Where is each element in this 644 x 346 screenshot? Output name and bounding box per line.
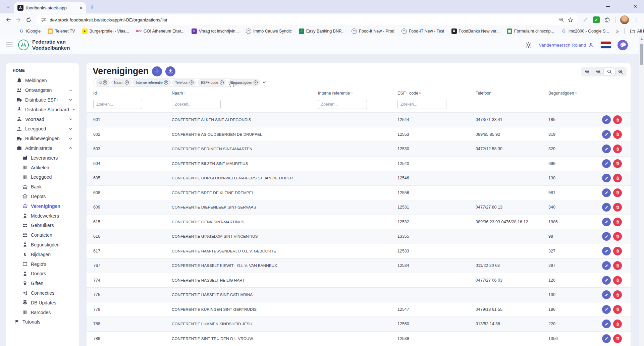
bookmark-item[interactable]: GiGoogle <box>19 28 41 34</box>
scrollbar-up-icon[interactable] <box>640 38 643 40</box>
delete-button[interactable] <box>613 247 622 255</box>
edit-button[interactable] <box>602 174 611 182</box>
minimize-icon[interactable] <box>606 6 610 6</box>
delete-button[interactable] <box>613 276 622 285</box>
delete-button[interactable] <box>613 261 622 270</box>
sidebar-item-bulkbewegingen[interactable]: Bulkbewegingen <box>12 134 76 143</box>
delete-button[interactable] <box>613 334 622 343</box>
bookmark-item[interactable]: ≡Vraag tot inschrijvin... <box>192 28 239 34</box>
edit-button[interactable] <box>602 203 611 212</box>
sort-arrows-icon[interactable]: ↑↓ <box>97 91 99 95</box>
sidebar-item-ontvangsten[interactable]: Ontvangsten <box>12 85 76 95</box>
all-bookmarks-button[interactable]: All Bookmarks <box>630 28 644 34</box>
bookmark-item[interactable]: GO!GO! Atheneum Etter... <box>136 28 184 34</box>
sidebar-item-distributie-esf-[interactable]: Distributie ESF+ <box>12 95 76 105</box>
sidebar-item-gebruikers[interactable]: Gebruikers <box>12 221 76 230</box>
sort-arrows-icon[interactable]: ↑↓ <box>574 91 576 95</box>
sidebar-item-db-updates[interactable]: DB Updates <box>12 298 76 307</box>
new-tab-button[interactable]: + <box>90 3 94 11</box>
sidebar-item-begunstigden[interactable]: Begunstigden <box>12 240 76 250</box>
filter-chip-telefoon[interactable]: Telefoon✕ <box>172 79 197 85</box>
bookmark-item[interactable]: AFoodBanks New ver... <box>451 28 500 34</box>
search-input-interne_referentie[interactable] <box>318 100 367 109</box>
remove-chip-icon[interactable]: ✕ <box>190 80 194 84</box>
sort-arrows-icon[interactable]: ↑↓ <box>419 91 421 95</box>
sort-arrows-icon[interactable]: ↑↓ <box>350 91 352 95</box>
sort-arrows-icon[interactable]: ↑↓ <box>183 91 185 95</box>
delete-button[interactable] <box>613 305 622 314</box>
browser-menu-icon[interactable]: ⋮ <box>634 17 639 23</box>
bookmark-item[interactable]: Gimc2000 - Google S... <box>561 28 609 34</box>
search-icon[interactable] <box>604 68 615 75</box>
remove-chip-icon[interactable]: ✕ <box>164 80 168 84</box>
edit-button[interactable] <box>602 218 611 226</box>
profile-avatar[interactable] <box>620 15 629 24</box>
bookmark-item[interactable]: ♦Burgerprofiel - Vlaa... <box>82 28 129 34</box>
sidebar-item-voorraad[interactable]: Voorraad <box>12 114 76 124</box>
sidebar-item-leeggoed[interactable]: Leeggoed <box>12 124 76 134</box>
search-input-esf_code[interactable] <box>397 100 446 109</box>
edit-button[interactable] <box>602 188 611 197</box>
sidebar-item-giften[interactable]: Giften <box>12 279 76 288</box>
edit-button[interactable] <box>602 232 611 241</box>
tab-search-button[interactable] <box>3 2 13 12</box>
filter-chip-interne-referentie[interactable]: Interne referentie✕ <box>133 79 171 85</box>
bookmark-item[interactable]: ▣Telenet TV <box>48 28 75 34</box>
sidebar-item-depots[interactable]: Depots <box>12 192 76 201</box>
bookmark-item[interactable]: ◠Immo Cauwe Syndic <box>246 28 292 34</box>
sidebar-item-artikelen[interactable]: Artikelen <box>12 163 76 172</box>
remove-chip-icon[interactable]: ✕ <box>125 80 129 84</box>
sidebar-item-bijdragen[interactable]: €Bijdragen <box>12 249 76 259</box>
column-header-naam[interactable]: Naam↑↓ <box>172 91 318 96</box>
close-window-icon[interactable]: ✕ <box>633 4 637 9</box>
sidebar-item-contacten[interactable]: Contacten <box>12 230 76 240</box>
column-header-id[interactable]: Id↑↓ <box>93 91 172 96</box>
user-menu[interactable]: Vandermeersch Roland <box>539 42 594 48</box>
chips-chevron-down-icon[interactable] <box>262 80 266 84</box>
delete-button[interactable] <box>613 232 622 241</box>
edit-button[interactable] <box>602 145 611 153</box>
bookmark-item[interactable]: ◠Food-IT New - Test <box>401 28 444 34</box>
theme-palette-button[interactable] <box>618 40 628 50</box>
edit-button[interactable] <box>602 334 611 343</box>
sidebar-item-distributie-standaard[interactable]: Distributie Standaard <box>12 105 76 114</box>
delete-button[interactable] <box>613 188 622 197</box>
reload-button[interactable] <box>23 15 34 25</box>
delete-button[interactable] <box>613 218 622 226</box>
delete-button[interactable] <box>613 174 622 182</box>
sidebar-item-barcodes[interactable]: Barcodes <box>12 307 76 317</box>
wand-extension-icon[interactable] <box>583 17 588 23</box>
theme-sun-icon[interactable] <box>525 42 532 49</box>
sidebar-item-verenigingen[interactable]: Verenigingen <box>12 201 76 211</box>
edit-button[interactable] <box>602 130 611 139</box>
remove-chip-icon[interactable]: ✕ <box>254 80 258 84</box>
site-settings-icon[interactable] <box>41 17 46 22</box>
menu-hamburger-icon[interactable] <box>6 43 13 47</box>
edit-button[interactable] <box>602 261 611 270</box>
edit-button[interactable] <box>602 276 611 285</box>
extensions-puzzle-icon[interactable] <box>604 17 610 23</box>
sidebar-item-connecties[interactable]: Connecties <box>12 288 76 298</box>
sidebar-item-regio-s[interactable]: Regio's <box>12 259 76 269</box>
delete-button[interactable] <box>613 203 622 212</box>
browser-tab[interactable]: A foodbanks-stock-app × <box>14 2 86 13</box>
sidebar-item-administratie[interactable]: Administratie <box>12 143 76 153</box>
language-flag-nl[interactable] <box>601 42 611 48</box>
edit-button[interactable] <box>602 247 611 255</box>
bookmark-item[interactable]: ▦Formulaire d'inscrip... <box>507 28 554 34</box>
add-button[interactable]: + <box>152 66 162 76</box>
filter-chip-naam[interactable]: Naam✕ <box>111 79 131 85</box>
bookmark-item[interactable]: ∴Easy Banking BNP... <box>299 28 344 34</box>
delete-button[interactable] <box>613 130 622 139</box>
url-text[interactable]: dev.stock.foodbanksit.be/stock/app/nl-BE… <box>50 17 555 22</box>
column-header-interne_referentie[interactable]: Interne referentie↑↓ <box>318 91 397 96</box>
export-download-button[interactable] <box>165 66 175 76</box>
sidebar-item-bank[interactable]: Bank <box>12 182 76 192</box>
filter-chip-id[interactable]: Id✕ <box>96 79 110 85</box>
column-filter-chips[interactable]: Id✕Naam✕Interne referentie✕Telefoon✕ESF+… <box>94 78 232 86</box>
delete-button[interactable] <box>613 320 622 328</box>
delete-button[interactable] <box>613 145 622 153</box>
close-tab-icon[interactable]: × <box>79 5 83 11</box>
remove-chip-icon[interactable]: ✕ <box>220 80 224 84</box>
column-header-begunstigden[interactable]: Begunstigden↑↓ <box>548 91 593 96</box>
